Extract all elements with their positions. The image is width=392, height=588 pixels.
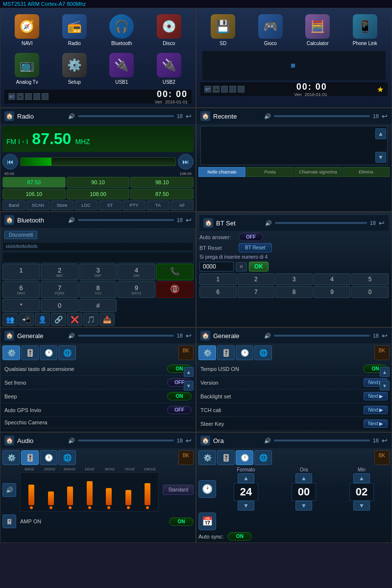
ora-formato-up[interactable]: ▲ bbox=[238, 473, 254, 483]
ora-min-down[interactable]: ▼ bbox=[353, 501, 370, 511]
home-btn-recente[interactable]: 🏠 bbox=[200, 111, 210, 121]
gen-tab-settings-r[interactable]: ⚙️ bbox=[198, 345, 216, 360]
gen-tab-settings[interactable]: ⚙️ bbox=[2, 345, 20, 360]
bt-link-btn[interactable]: 🔗 bbox=[51, 313, 66, 326]
pin-input[interactable] bbox=[199, 262, 234, 271]
audio-tab-globe[interactable]: 🌐 bbox=[58, 450, 76, 465]
gen-scroll-up-right[interactable]: ▲ bbox=[380, 367, 390, 377]
home-btn-gen-right[interactable]: 🏠 bbox=[200, 331, 210, 341]
app-usb2[interactable]: 🔌 USB2 bbox=[147, 51, 192, 87]
volume-speaker-icon[interactable]: 🔊 bbox=[2, 483, 16, 497]
home-btn-btset[interactable]: 🏠 bbox=[203, 218, 213, 228]
gen-scroll-down-left[interactable]: ▼ bbox=[184, 381, 194, 391]
btset-num-2[interactable]: 2 bbox=[238, 273, 275, 285]
recente-scroll-down-btn[interactable]: ▼ bbox=[375, 152, 386, 163]
bt-key-6[interactable]: 6MNO bbox=[2, 281, 40, 298]
standard-btn[interactable]: Standard bbox=[163, 485, 194, 495]
audio-tab-settings[interactable]: ⚙️ bbox=[2, 450, 20, 465]
home-btn-ora[interactable]: 🏠 bbox=[200, 436, 210, 445]
ora-autosync-toggle[interactable]: ON bbox=[227, 532, 252, 540]
app-navi[interactable]: 🧭 NAVI bbox=[4, 12, 50, 48]
recente-scroll-up-btn[interactable]: ▲ bbox=[375, 128, 386, 139]
gen-tab-bk[interactable]: BK bbox=[178, 345, 194, 360]
app-radio[interactable]: 📻 Radio bbox=[52, 12, 98, 48]
amp-toggle[interactable]: ON bbox=[169, 517, 194, 526]
home-btn-audio[interactable]: 🏠 bbox=[4, 436, 14, 445]
bt-vol-slider[interactable] bbox=[78, 219, 174, 221]
app-usb1[interactable]: 🔌 USB1 bbox=[99, 51, 145, 87]
gen-row-r3-next[interactable]: Next▶ bbox=[364, 406, 388, 414]
btset-num-4[interactable]: 4 bbox=[314, 273, 351, 285]
gen-tab-equalizer-r[interactable]: 🎚️ bbox=[217, 345, 235, 360]
eq-bar-0[interactable] bbox=[23, 475, 40, 509]
ora-tab-settings[interactable]: ⚙️ bbox=[198, 450, 216, 465]
gen-row-r2-next[interactable]: Next▶ bbox=[364, 392, 388, 400]
btset-num-5[interactable]: 5 bbox=[351, 273, 389, 285]
gen-tab-clock[interactable]: 🕐 bbox=[40, 345, 57, 360]
tab-chiamate-signorina[interactable]: Chiamate signorina bbox=[294, 167, 342, 177]
ora-tab-globe[interactable]: 🌐 bbox=[254, 450, 272, 465]
ora-ora-up[interactable]: ▲ bbox=[295, 473, 312, 483]
home-btn-radio[interactable]: 🏠 bbox=[4, 111, 14, 121]
app-bluetooth[interactable]: 🎧 Bluetooth bbox=[99, 12, 145, 48]
eq-bar-1[interactable] bbox=[42, 475, 59, 509]
bt-key-4[interactable]: 4GHI bbox=[118, 264, 155, 280]
bt-key-2[interactable]: 2ABC bbox=[41, 264, 78, 280]
preset-3[interactable]: 106.10 bbox=[2, 189, 66, 199]
btset-num-0[interactable]: 0 bbox=[351, 286, 389, 298]
recente-back-btn[interactable]: ↩ bbox=[382, 112, 388, 120]
radio-next-btn[interactable]: ⏭ bbox=[178, 154, 194, 170]
radio-store-btn[interactable]: Store bbox=[50, 200, 74, 210]
bt-transfer-btn[interactable]: 📲 bbox=[19, 313, 34, 326]
radio-pty-btn[interactable]: PTY bbox=[122, 200, 146, 210]
tab-elimina[interactable]: Elimina bbox=[343, 167, 390, 177]
gen-tab-globe-r[interactable]: 🌐 bbox=[254, 345, 272, 360]
recente-vol-slider[interactable] bbox=[274, 115, 370, 117]
btset-vol-slider[interactable] bbox=[275, 222, 367, 224]
bt-music-btn[interactable]: 🎵 bbox=[83, 313, 98, 326]
radio-back-btn[interactable]: ↩ bbox=[186, 112, 192, 120]
radio-prev-btn[interactable]: ⏮ bbox=[2, 154, 18, 170]
gen-row-2-toggle[interactable]: ON bbox=[167, 392, 192, 400]
bt-key-hash[interactable]: # bbox=[79, 299, 117, 312]
gen-tab-bk-r[interactable]: BK bbox=[374, 345, 390, 360]
audio-vol-slider[interactable] bbox=[78, 440, 174, 441]
audio-tab-eq[interactable]: 🎚️ bbox=[21, 450, 39, 465]
bt-key-3[interactable]: 3DEF bbox=[79, 264, 117, 280]
radio-loc-btn[interactable]: LOC bbox=[74, 200, 98, 210]
bt-disconnect-btn[interactable]: Disconnetti bbox=[4, 231, 37, 239]
btset-num-9[interactable]: 9 bbox=[314, 286, 351, 298]
ora-min-up[interactable]: ▲ bbox=[353, 473, 370, 483]
app-phonelink[interactable]: 📱 Phone Link bbox=[343, 12, 388, 48]
bt-reset-btn[interactable]: BT Reset bbox=[239, 243, 272, 252]
radio-af-btn[interactable]: AF bbox=[171, 200, 194, 210]
gen-scroll-up-left[interactable]: ▲ bbox=[184, 367, 194, 377]
radio-scan-btn[interactable]: SCAN bbox=[26, 200, 49, 210]
auto-answer-toggle[interactable]: OFF bbox=[239, 233, 263, 241]
ora-ora-down[interactable]: ▼ bbox=[295, 501, 312, 511]
btset-num-8[interactable]: 8 bbox=[275, 286, 313, 298]
audio-back-btn[interactable]: ↩ bbox=[186, 437, 192, 444]
preset-5[interactable]: 87.50 bbox=[130, 189, 194, 199]
app-analogtv[interactable]: 📺 Analog Tv bbox=[4, 51, 50, 87]
ora-formato-down[interactable]: ▼ bbox=[238, 501, 254, 511]
gen-tab-globe[interactable]: 🌐 bbox=[58, 345, 76, 360]
pin-clear-btn[interactable]: ✕ bbox=[236, 262, 247, 271]
bt-call-btn[interactable]: 📞 bbox=[156, 264, 194, 280]
app-gioco[interactable]: 🎮 Gioco bbox=[248, 12, 294, 48]
home-btn-gen-left[interactable]: 🏠 bbox=[4, 331, 14, 341]
bt-key-1[interactable]: 1 bbox=[2, 264, 40, 280]
bt-key-7[interactable]: 7PQRS bbox=[41, 281, 78, 298]
btset-num-7[interactable]: 7 bbox=[238, 286, 275, 298]
eq-bar-6[interactable] bbox=[139, 475, 156, 509]
bt-close-btn[interactable]: ❌ bbox=[67, 313, 82, 326]
ora-back-btn[interactable]: ↩ bbox=[382, 437, 388, 444]
app-setup[interactable]: ⚙️ Setup bbox=[52, 51, 98, 87]
home-btn-bt[interactable]: 🏠 bbox=[4, 215, 14, 225]
ora-clock-icon-btn[interactable]: 🕐 bbox=[198, 480, 216, 498]
bt-key-8[interactable]: 8TUV bbox=[79, 281, 117, 298]
btset-num-1[interactable]: 1 bbox=[199, 273, 237, 285]
radio-st-btn[interactable]: ST bbox=[98, 200, 122, 210]
btset-back-btn[interactable]: ↩ bbox=[379, 219, 385, 227]
audio-tab-bk[interactable]: BK bbox=[178, 450, 194, 465]
